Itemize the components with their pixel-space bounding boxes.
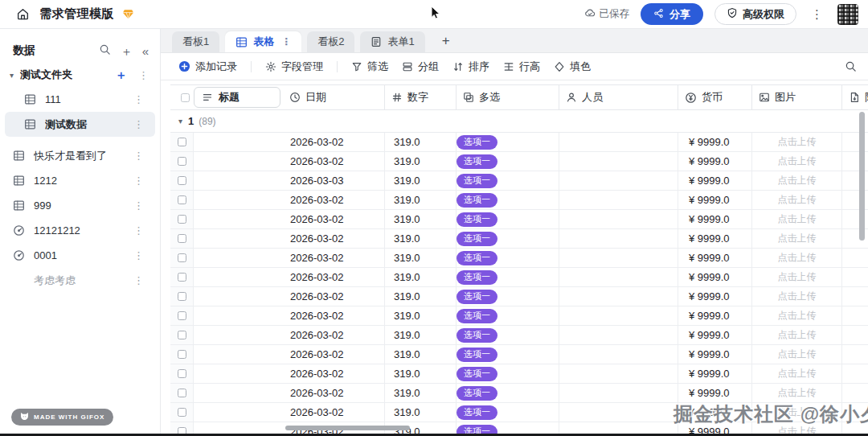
- cell-title[interactable]: [193, 249, 283, 267]
- sidebar-item-12121212[interactable]: 12121212⋮: [5, 218, 155, 243]
- cell-number[interactable]: 319.0: [384, 306, 456, 325]
- cell-multiselect[interactable]: 选项一: [456, 326, 559, 344]
- row-checkbox[interactable]: [178, 176, 186, 185]
- avatar[interactable]: [837, 4, 858, 25]
- column-header-gutter[interactable]: [170, 85, 193, 109]
- tab-表单1[interactable]: 表单1: [360, 31, 424, 52]
- tab-表格[interactable]: 表格⋮: [225, 31, 301, 52]
- cell-person[interactable]: [559, 268, 678, 286]
- filter-button[interactable]: 筛选: [351, 60, 388, 74]
- column-header-currency[interactable]: 货币: [678, 85, 751, 109]
- row-checkbox[interactable]: [178, 369, 186, 378]
- cell-person[interactable]: [559, 152, 678, 171]
- select-all-checkbox[interactable]: [181, 93, 190, 102]
- cell-date[interactable]: 2026-03-02: [283, 152, 384, 171]
- item-kebab-icon[interactable]: ⋮: [133, 249, 144, 261]
- share-button[interactable]: 分享: [641, 3, 703, 25]
- fill-color-button[interactable]: 填色: [554, 60, 591, 74]
- cell-date[interactable]: 2026-03-02: [283, 133, 384, 151]
- cell-gutter[interactable]: [170, 306, 193, 325]
- cell-date[interactable]: 2026-03-02: [283, 345, 384, 364]
- cell-attachment[interactable]: [841, 364, 868, 383]
- cell-date[interactable]: 2026-03-02: [283, 191, 384, 209]
- vertical-scrollbar[interactable]: [859, 112, 865, 241]
- column-header-attachment[interactable]: 附件: [841, 85, 868, 109]
- upload-placeholder[interactable]: 点击上传: [751, 384, 841, 402]
- row-checkbox[interactable]: [178, 138, 186, 146]
- cell-number[interactable]: 319.0: [384, 384, 456, 402]
- cell-title[interactable]: [193, 384, 283, 402]
- cell-title[interactable]: [193, 191, 283, 209]
- cell-number[interactable]: 319.0: [384, 210, 456, 228]
- item-kebab-icon[interactable]: ⋮: [133, 93, 144, 105]
- cell-number[interactable]: 319.0: [384, 268, 456, 286]
- cell-gutter[interactable]: [170, 268, 193, 286]
- cell-multiselect[interactable]: 选项一: [456, 403, 559, 422]
- cell-title[interactable]: [193, 345, 283, 364]
- cell-attachment[interactable]: [841, 287, 868, 306]
- cell-person[interactable]: [559, 306, 678, 325]
- cell-gutter[interactable]: [170, 287, 193, 306]
- cell-currency[interactable]: ¥ 9999.0: [678, 171, 751, 190]
- cell-date[interactable]: 2026-03-02: [283, 229, 384, 248]
- cell-title[interactable]: [193, 306, 283, 325]
- horizontal-scrollbar[interactable]: [285, 426, 410, 430]
- folder-kebab-icon[interactable]: ⋮: [138, 69, 149, 81]
- cell-title[interactable]: [193, 268, 283, 286]
- search-icon[interactable]: [99, 43, 111, 59]
- cell-currency[interactable]: ¥ 9999.0: [678, 384, 751, 402]
- table-search-icon[interactable]: [845, 60, 857, 72]
- group-collapse-icon[interactable]: ▾: [178, 117, 182, 125]
- item-kebab-icon[interactable]: ⋮: [133, 150, 144, 162]
- cell-multiselect[interactable]: 选项一: [456, 229, 559, 248]
- column-header-person[interactable]: 人员: [559, 85, 678, 109]
- cell-multiselect[interactable]: 选项一: [456, 191, 559, 209]
- cell-multiselect[interactable]: 选项一: [456, 268, 559, 286]
- row-checkbox[interactable]: [178, 331, 186, 339]
- sidebar-item-快乐才是看到了[interactable]: 快乐才是看到了⋮: [5, 143, 155, 168]
- cell-gutter[interactable]: [170, 403, 193, 422]
- row-checkbox[interactable]: [178, 195, 186, 204]
- cell-multiselect[interactable]: 选项一: [456, 384, 559, 402]
- upload-placeholder[interactable]: 点击上传: [751, 345, 841, 364]
- cell-gutter[interactable]: [170, 326, 193, 344]
- row-checkbox[interactable]: [178, 215, 186, 224]
- cell-gutter[interactable]: [170, 152, 193, 171]
- cell-currency[interactable]: ¥ 9999.0: [678, 133, 751, 151]
- cell-gutter[interactable]: [170, 384, 193, 402]
- cell-attachment[interactable]: [841, 326, 868, 344]
- cell-currency[interactable]: ¥ 9999.0: [678, 191, 751, 209]
- row-checkbox[interactable]: [178, 253, 186, 262]
- cell-title[interactable]: [193, 287, 283, 306]
- row-checkbox[interactable]: [178, 234, 186, 243]
- row-height-button[interactable]: 行高: [503, 60, 540, 74]
- row-checkbox[interactable]: [178, 273, 186, 282]
- cell-date[interactable]: 2026-03-02: [283, 306, 384, 325]
- cell-person[interactable]: [559, 191, 678, 209]
- cell-title[interactable]: [193, 364, 283, 383]
- cell-currency[interactable]: ¥ 9999.0: [678, 306, 751, 325]
- cell-title[interactable]: [193, 171, 283, 190]
- row-checkbox[interactable]: [178, 157, 186, 166]
- sidebar-item-测试数据[interactable]: 测试数据⋮: [5, 112, 155, 137]
- caret-down-icon[interactable]: ▾: [10, 71, 14, 80]
- item-kebab-icon[interactable]: ⋮: [133, 118, 144, 130]
- cell-number[interactable]: 319.0: [384, 345, 456, 364]
- cell-person[interactable]: [559, 171, 678, 190]
- item-kebab-icon[interactable]: ⋮: [133, 274, 144, 286]
- cell-attachment[interactable]: [841, 249, 868, 267]
- cell-person[interactable]: [559, 287, 678, 306]
- add-view-tab[interactable]: +: [437, 33, 455, 52]
- cell-number[interactable]: 319.0: [384, 249, 456, 267]
- cell-multiselect[interactable]: 选项一: [456, 249, 559, 267]
- cell-number[interactable]: 319.0: [384, 171, 456, 190]
- cell-person[interactable]: [559, 249, 678, 267]
- row-checkbox[interactable]: [178, 350, 186, 359]
- tab-看板2[interactable]: 看板2: [307, 31, 354, 52]
- upload-placeholder[interactable]: 点击上传: [751, 133, 841, 151]
- upload-placeholder[interactable]: 点击上传: [751, 191, 841, 209]
- cell-person[interactable]: [559, 345, 678, 364]
- cell-person[interactable]: [559, 326, 678, 344]
- column-header-multiselect[interactable]: 多选: [456, 85, 559, 109]
- upload-placeholder[interactable]: 点击上传: [751, 171, 841, 190]
